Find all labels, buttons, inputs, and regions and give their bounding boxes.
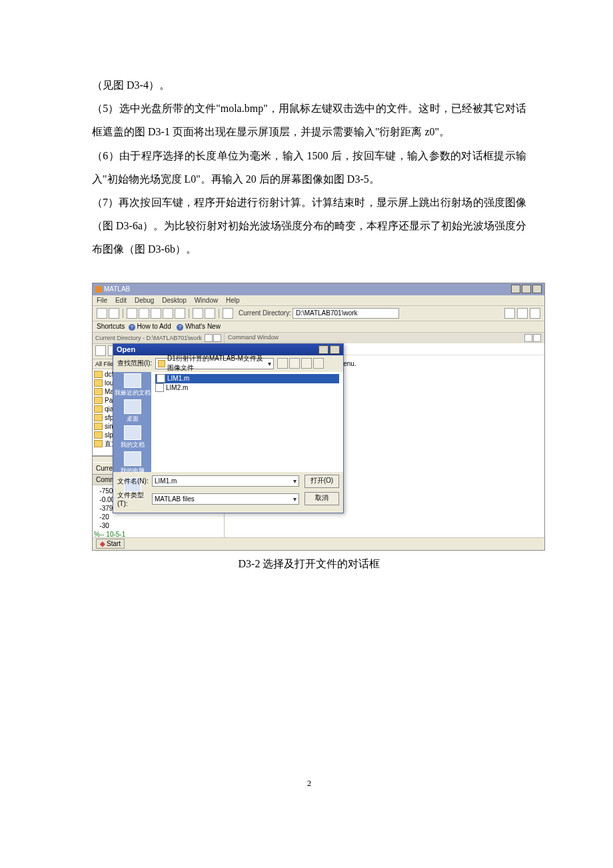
- open-icon[interactable]: [109, 308, 119, 319]
- menu-debug[interactable]: Debug: [135, 297, 154, 304]
- menu-window[interactable]: Window: [195, 297, 219, 304]
- history-row[interactable]: %-- 10-5-1: [94, 530, 223, 537]
- menu-help[interactable]: Help: [226, 297, 240, 304]
- undock-icon[interactable]: [524, 334, 532, 342]
- folder-icon: [94, 423, 103, 430]
- mfile-icon: [157, 374, 165, 383]
- folder-icon: [158, 360, 165, 367]
- curdir-label: Current Directory:: [239, 309, 291, 317]
- paragraph-2: （5）选中光盘所带的文件"mola.bmp"，用鼠标左键双击选中的文件。这时，已…: [92, 97, 526, 143]
- start-icon: ◆: [100, 540, 105, 547]
- open-dialog: Open 查找范围(I): D1衍射计算的MATLAB-: [113, 343, 344, 513]
- help-icon[interactable]: [223, 308, 233, 319]
- command-window[interactable]: ? Help or Demos from the Help menu. Open: [225, 343, 544, 537]
- menu-edit[interactable]: Edit: [115, 297, 127, 304]
- dialog-close-icon[interactable]: [330, 345, 340, 354]
- folder-icon: [94, 431, 103, 439]
- recent-icon: [124, 373, 141, 388]
- filename-input[interactable]: LIM1.m▾: [152, 475, 299, 487]
- start-button[interactable]: ◆ Start: [96, 539, 125, 549]
- undo-icon[interactable]: [163, 308, 173, 319]
- filename-label: 文件名(N):: [117, 477, 152, 486]
- panel-close-icon[interactable]: [533, 334, 541, 342]
- copy-icon[interactable]: [139, 308, 149, 319]
- history-row[interactable]: -20: [94, 513, 223, 521]
- folder-icon: [94, 405, 103, 413]
- toolbar: Current Directory: D:\MATLAB701\work: [93, 306, 544, 321]
- menu-file[interactable]: File: [97, 297, 107, 304]
- dialog-help-icon[interactable]: [318, 345, 328, 354]
- close-button[interactable]: [532, 285, 542, 293]
- folder-icon: [94, 379, 103, 387]
- desktop-icon: [124, 399, 141, 414]
- place-desktop[interactable]: 桌面: [124, 399, 141, 423]
- statusbar: ◆ Start: [93, 537, 544, 550]
- paragraph-4: （7）再次按回车键，程序开始进行衍射计算。计算结束时，显示屏上跳出衍射场的强度图…: [92, 191, 526, 261]
- howto-link[interactable]: How to Add: [137, 323, 171, 330]
- folder-icon: [94, 371, 103, 378]
- matlab-titlebar: MATLAB: [93, 283, 544, 295]
- whatsnew-link[interactable]: What's New: [185, 323, 221, 330]
- folder-icon: [94, 397, 103, 404]
- matlab-screenshot: MATLAB File Edit Debug Desktop Window He…: [92, 283, 545, 551]
- figure-caption: D3-2 选择及打开文件的对话框: [92, 557, 526, 571]
- minimize-button[interactable]: [511, 285, 520, 293]
- howto-icon[interactable]: ?: [129, 324, 135, 331]
- filetype-label: 文件类型(T):: [117, 491, 152, 507]
- cancel-button[interactable]: 取消: [305, 492, 339, 505]
- dropdown-icon[interactable]: [504, 308, 515, 319]
- dialog-file-list[interactable]: LIM1.m LIM2.m: [151, 372, 343, 472]
- paragraph-1: （见图 D3-4）。: [92, 73, 526, 97]
- history-row[interactable]: -30: [94, 521, 223, 530]
- cmdwin-header: Command Window: [225, 333, 544, 343]
- curdir-panel-header: Current Directory - D:\MATLAB701\work: [93, 333, 224, 344]
- dialog-file-item[interactable]: LIM2.m: [155, 383, 339, 393]
- maximize-button[interactable]: [522, 285, 531, 293]
- simulink-icon[interactable]: [193, 308, 203, 319]
- paragraph-3: （6）由于程序选择的长度单位为毫米，输入 1500 后，按回车键，输入参数的对话…: [92, 144, 526, 191]
- folder-icon: [94, 414, 103, 421]
- window-title: MATLAB: [104, 285, 130, 293]
- menubar: File Edit Debug Desktop Window Help: [93, 295, 544, 306]
- back-icon[interactable]: [277, 358, 288, 369]
- place-mycomputer[interactable]: 我的电脑: [121, 451, 145, 475]
- folder-up-icon[interactable]: [95, 345, 106, 356]
- open-button[interactable]: 打开(O): [305, 475, 339, 488]
- up-icon[interactable]: [289, 358, 300, 369]
- place-recent[interactable]: 我最近的文档: [115, 373, 151, 397]
- cut-icon[interactable]: [127, 308, 137, 319]
- new-icon[interactable]: [97, 308, 107, 319]
- mycomputer-icon: [124, 451, 141, 466]
- up-folder-icon[interactable]: [530, 308, 540, 319]
- lookin-dropdown[interactable]: D1衍射计算的MATLAB-M文件及图像文件 ▾: [155, 358, 274, 369]
- shortcuts-label: Shortcuts: [97, 323, 125, 330]
- newfolder-icon[interactable]: [301, 358, 312, 369]
- places-bar: 我最近的文档 桌面 我的文档 我的电脑 网上邻居: [113, 372, 151, 472]
- dialog-titlebar: Open: [113, 344, 343, 355]
- guide-icon[interactable]: [205, 308, 215, 319]
- folder-icon: [94, 440, 103, 447]
- folder-icon: [94, 388, 103, 395]
- undock-icon[interactable]: [205, 334, 213, 342]
- curdir-input[interactable]: D:\MATLAB701\work: [293, 308, 399, 319]
- filetype-dropdown[interactable]: MATLAB files▾: [152, 493, 299, 505]
- mfile-icon: [155, 383, 164, 392]
- place-mydocs[interactable]: 我的文档: [121, 425, 145, 449]
- views-icon[interactable]: [313, 358, 324, 369]
- mydocs-icon: [124, 425, 141, 440]
- panel-close-icon[interactable]: [213, 334, 221, 342]
- shortcuts-bar: Shortcuts ? How to Add ? What's New: [93, 321, 544, 333]
- menu-desktop[interactable]: Desktop: [162, 297, 187, 304]
- matlab-logo-icon: [95, 286, 102, 293]
- lookin-label: 查找范围(I):: [117, 359, 152, 368]
- page-number: 2: [92, 778, 526, 789]
- paste-icon[interactable]: [151, 308, 161, 319]
- redo-icon[interactable]: [175, 308, 185, 319]
- browse-icon[interactable]: [517, 308, 528, 319]
- dialog-file-item[interactable]: LIM1.m: [155, 374, 339, 383]
- whatsnew-icon[interactable]: ?: [177, 324, 183, 331]
